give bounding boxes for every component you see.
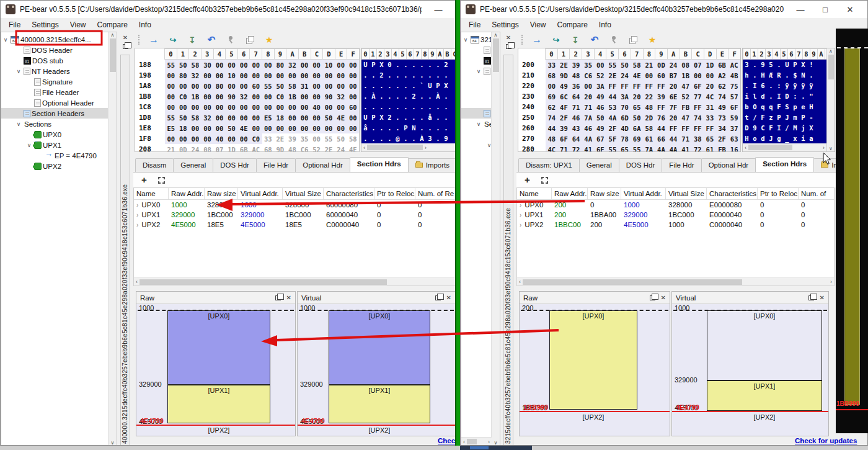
hex-byte[interactable]: 20 [667,112,680,123]
hex-byte[interactable]: 61 [704,144,716,152]
hex-byte[interactable]: 00 [311,112,323,123]
add-section-button[interactable]: + [141,176,147,184]
float-dock-icon[interactable] [506,44,512,49]
maximize-button[interactable]: □ [813,5,838,14]
hex-byte[interactable]: E5 [165,123,177,133]
tree-horizontal-scrollbar[interactable]: ‹ › [461,437,492,446]
tab-dos-hdr[interactable]: DOS Hdr [213,158,257,172]
hex-byte[interactable]: 71 [570,102,582,112]
hex-byte[interactable]: 74 [692,112,704,123]
hex-byte[interactable]: 50 [595,112,607,123]
hex-byte[interactable]: 00 [262,70,275,81]
tree-item-dos-stub[interactable]: DOS stub [1,55,108,66]
hex-byte[interactable]: FF [643,81,655,91]
chevron-down-icon[interactable]: ∨ [474,121,483,127]
tree-item-sections[interactable]: ∨Sections [1,119,108,129]
hex-byte[interactable]: 00 [226,133,238,144]
tree-item-section-headers[interactable]: Section Headers [1,108,108,119]
hex-byte[interactable]: 00 [322,70,335,81]
hex-byte[interactable]: 00 [213,123,226,133]
hex-byte[interactable]: 58 [631,60,643,70]
float-panel-icon[interactable] [275,295,281,300]
hex-byte[interactable]: 60 [655,70,668,81]
hex-byte[interactable]: 00 [298,112,311,123]
hex-byte[interactable]: 4B [728,70,740,81]
scroll-left-icon[interactable]: ‹ [136,279,138,285]
hex-byte[interactable]: 58 [189,60,202,70]
hex-byte[interactable]: 9D [558,70,570,81]
minimize-button[interactable]: — [426,5,451,14]
hex-byte[interactable]: 00 [250,70,262,81]
hex-byte[interactable]: 50 [177,112,190,123]
table-row-upx2[interactable]: ›UPX21BBC002004E50001000C000004000 [517,220,834,230]
hex-byte[interactable]: 53 [606,102,619,112]
hex-byte[interactable]: 0D [177,144,190,152]
hex-byte[interactable]: 22 [643,91,655,102]
hex-byte[interactable]: C0 [250,133,262,144]
hex-byte[interactable]: 61 [643,133,655,144]
hex-byte[interactable]: 48 [643,102,655,112]
hex-byte[interactable]: 00 [202,133,214,144]
hex-byte[interactable]: 2F [606,123,619,133]
hex-byte[interactable]: 40 [213,133,226,144]
hex-byte[interactable]: 00 [237,81,250,91]
hex-byte[interactable]: 71 [582,102,595,112]
hex-byte[interactable]: 10 [226,70,238,81]
tab-file-hdr[interactable]: File Hdr [256,158,296,172]
hex-byte[interactable]: 58 [347,133,359,144]
column-header-num-of-re[interactable]: Num. of Re [415,188,456,199]
hex-byte[interactable]: 00 [643,70,655,81]
tree-item-upx0[interactable]: UPX0 [1,129,108,140]
hex-byte[interactable]: 90 [322,91,335,102]
hex-byte[interactable]: 36 [570,81,582,91]
tree-item-file-header[interactable]: File Header [1,87,108,97]
hex-byte[interactable]: 6C [558,91,570,102]
tree-item-optional-header[interactable]: Optional Header [461,97,491,108]
hex-byte[interactable]: 00 [202,91,214,102]
title-bar[interactable]: PE-bear v0.5.5.5 [C:/Users/davide/Deskto… [461,1,867,18]
hex-byte[interactable]: 00 [189,102,202,112]
table-row-upx2[interactable]: ›UPX24E500018E54E500018E5C000004000 [134,220,455,230]
hex-byte[interactable]: C0 [177,91,190,102]
table-horizontal-scrollbar[interactable]: ‹ › [517,277,834,286]
hex-byte[interactable]: 40 [311,102,323,112]
menu-item-view[interactable]: View [525,19,552,30]
hex-byte[interactable]: 00 [311,123,323,133]
float-panel-icon[interactable] [435,295,441,300]
hex-byte[interactable]: 08 [680,60,692,70]
hex-byte[interactable]: 00 [347,81,359,91]
hex-byte[interactable]: 00 [237,133,250,144]
hex-byte[interactable]: 00 [250,60,262,70]
hex-byte[interactable]: 2E [606,70,619,81]
hex-byte[interactable]: 70 [619,102,631,112]
tree-item-upx1[interactable]: ∨UPX1 [461,140,491,150]
hex-byte[interactable]: 00 [311,60,323,70]
scroll-right-icon[interactable]: › [488,439,490,445]
hex-byte[interactable]: 50 [274,81,286,91]
hex-byte[interactable]: 80 [274,60,286,70]
chevron-down-icon[interactable]: ∨ [14,121,23,127]
hex-byte[interactable]: 10 [322,60,335,70]
scroll-up-icon[interactable]: ∧ [111,32,115,38]
column-header-characteristics[interactable]: Characteristics [324,188,374,199]
hex-byte[interactable]: 4E [335,112,347,123]
hex-byte[interactable]: 55 [322,133,335,144]
hex-byte[interactable]: 00 [237,102,250,112]
hex-bytes-panel[interactable]: 0123456789ABCDEF188555058300000000000803… [135,48,360,152]
hex-byte[interactable]: 77 [692,91,704,102]
hex-byte[interactable]: 00 [322,102,335,112]
hex-byte[interactable]: 65 [619,144,631,152]
hex-byte[interactable]: 00 [347,60,359,70]
column-header-virtual-size[interactable]: Virtual Size [666,188,707,199]
minimize-button[interactable]: — [788,5,813,14]
hex-byte[interactable]: 60 [250,81,262,91]
menu-item-settings[interactable]: Settings [26,19,64,30]
scroll-right-icon[interactable]: › [830,279,832,285]
scroll-down-icon[interactable]: ∨ [829,146,833,151]
table-row-upx1[interactable]: ›UPX13290001BC0003290001BC0006000004000 [134,210,455,220]
hex-byte[interactable]: 00 [237,112,250,123]
tree-item-nt-headers[interactable]: ∨NT Headers [1,66,108,76]
close-button[interactable]: ✕ [838,5,862,14]
hex-byte[interactable]: 2E [558,60,570,70]
hex-byte[interactable]: 00 [546,81,558,91]
